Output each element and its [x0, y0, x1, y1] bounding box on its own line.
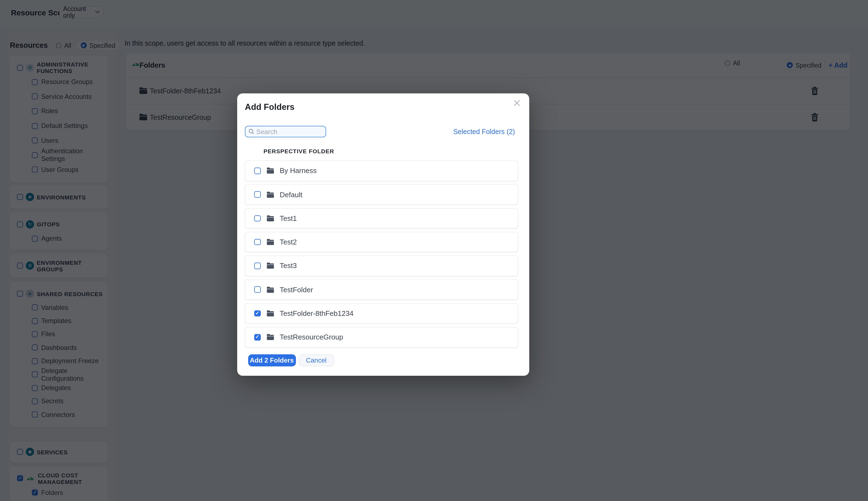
- folder-icon: [267, 239, 274, 245]
- row-checkbox[interactable]: [254, 287, 261, 293]
- row-checkbox[interactable]: [254, 191, 261, 198]
- row-checkbox[interactable]: [254, 334, 261, 340]
- row-checkbox[interactable]: [254, 215, 261, 221]
- search-input[interactable]: [257, 128, 322, 136]
- perspective-folder-row[interactable]: By Harness: [245, 160, 518, 181]
- folder-icon: [267, 215, 274, 221]
- perspective-folder-row[interactable]: TestFolder: [245, 279, 518, 300]
- cancel-button[interactable]: Cancel: [299, 354, 334, 366]
- folder-icon: [267, 191, 274, 198]
- folder-icon: [267, 168, 274, 174]
- folder-icon: [267, 334, 274, 340]
- column-header: PERSPECTIVE FOLDER: [263, 148, 334, 154]
- row-checkbox[interactable]: [254, 310, 261, 317]
- folder-icon: [267, 263, 274, 269]
- add-folders-modal: Add Folders Selected Folders (2) PERSPEC…: [237, 93, 529, 376]
- folder-icon: [267, 287, 274, 292]
- perspective-folder-row[interactable]: TestFolder-8thFeb1234: [245, 303, 518, 324]
- selected-folders-link[interactable]: Selected Folders (2): [453, 128, 515, 136]
- close-icon[interactable]: [512, 98, 521, 107]
- perspective-folder-row[interactable]: TestResourceGroup: [245, 327, 518, 348]
- row-checkbox[interactable]: [254, 263, 261, 269]
- modal-title: Add Folders: [245, 102, 294, 112]
- perspective-folder-row[interactable]: Test2: [245, 232, 518, 253]
- add-folders-button[interactable]: Add 2 Folders: [248, 354, 296, 366]
- perspective-folder-row[interactable]: Default: [245, 184, 518, 205]
- perspective-folder-row[interactable]: Test1: [245, 208, 518, 228]
- search-icon: [249, 129, 254, 135]
- search-box: [245, 126, 326, 137]
- folder-icon: [267, 310, 274, 317]
- row-checkbox[interactable]: [254, 239, 261, 245]
- perspective-folder-row[interactable]: Test3: [245, 255, 518, 276]
- row-checkbox[interactable]: [254, 168, 261, 174]
